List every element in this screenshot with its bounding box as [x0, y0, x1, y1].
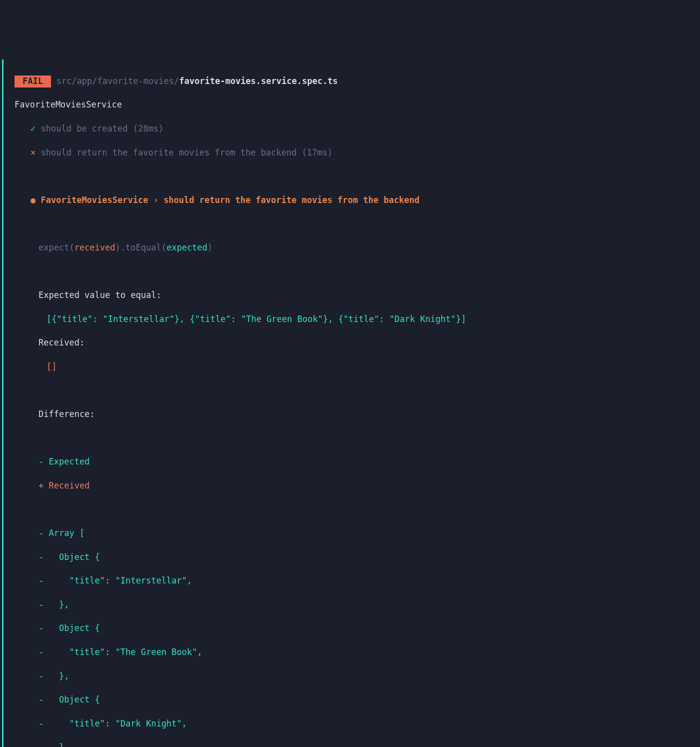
expected-header: Expected value to equal: — [4, 290, 700, 302]
diff-line: - Object { — [4, 694, 700, 706]
legend-expected: - Expected — [4, 456, 700, 468]
diff-line: - Object { — [4, 622, 700, 634]
difference-header: Difference: — [4, 408, 700, 420]
test-output-terminal: FAIL src/app/favorite-movies/favorite-mo… — [2, 60, 700, 747]
received-value: [] — [4, 361, 700, 373]
expect-call-line: expect(received).toEqual(expected) — [4, 242, 700, 254]
diff-line: - }, — [4, 670, 700, 682]
suite-name: FavoriteMoviesService — [4, 99, 700, 111]
diff-line: - Array [ — [4, 528, 700, 540]
diff-line: - }, — [4, 742, 700, 747]
check-icon: ✓ — [30, 124, 36, 134]
expected-value: [{"title": "Interstellar"}, {"title": "T… — [4, 314, 700, 326]
fail-badge: FAIL — [14, 76, 51, 88]
test-pass-row: ✓ should be created (28ms) — [4, 123, 700, 135]
bullet-icon: ● — [30, 195, 36, 205]
test-fail-row: × should return the favorite movies from… — [4, 147, 700, 159]
diff-line: - "title": "Interstellar", — [4, 575, 700, 587]
diff-line: - Object { — [4, 552, 700, 564]
cross-icon: × — [30, 148, 36, 158]
received-header: Received: — [4, 337, 700, 349]
diff-line: - "title": "The Green Book", — [4, 646, 700, 658]
file-path-name: favorite-movies.service.spec.ts — [179, 76, 338, 86]
failure-title: ● FavoriteMoviesService › should return … — [4, 194, 700, 206]
file-header: FAIL src/app/favorite-movies/favorite-mo… — [4, 76, 700, 88]
legend-received: + Received — [4, 480, 700, 492]
file-path-dir: src/app/favorite-movies/ — [56, 76, 180, 86]
diff-line: - "title": "Dark Knight", — [4, 718, 700, 730]
diff-line: - }, — [4, 599, 700, 611]
